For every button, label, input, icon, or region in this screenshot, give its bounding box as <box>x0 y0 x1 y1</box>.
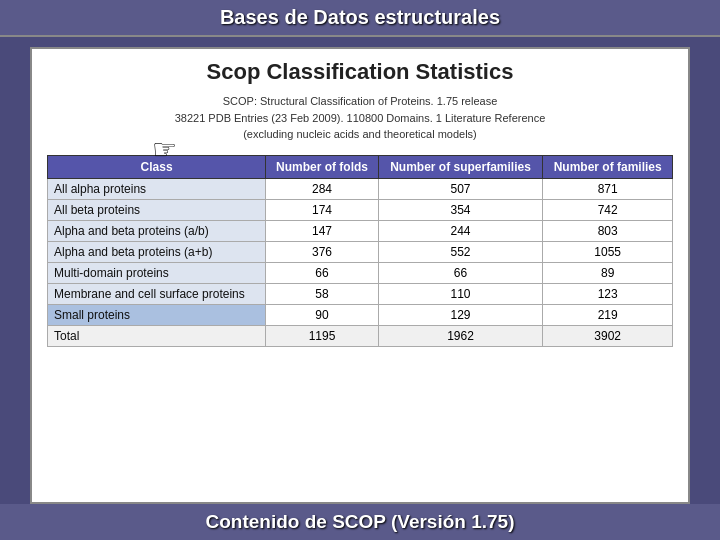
table-number-cell: 123 <box>543 283 673 304</box>
col-header-superfamilies: Number of superfamilies <box>378 155 543 178</box>
hand-icon: ☞ <box>152 133 177 166</box>
table-number-cell: 66 <box>266 262 378 283</box>
scop-title: Scop Classification Statistics <box>47 59 673 85</box>
table-number-cell: 1055 <box>543 241 673 262</box>
table-number-cell: 871 <box>543 178 673 199</box>
table-number-cell: 90 <box>266 304 378 325</box>
table-class-cell: All alpha proteins <box>48 178 266 199</box>
footer-title: Contenido de SCOP (Versión 1.75) <box>206 511 515 532</box>
bottom-bar: Contenido de SCOP (Versión 1.75) <box>0 504 720 540</box>
table-number-cell: 1962 <box>378 325 543 346</box>
table-class-cell: Alpha and beta proteins (a/b) <box>48 220 266 241</box>
table-number-cell: 803 <box>543 220 673 241</box>
table-number-cell: 58 <box>266 283 378 304</box>
table-number-cell: 147 <box>266 220 378 241</box>
table-class-cell: Multi-domain proteins <box>48 262 266 283</box>
table-class-cell: Alpha and beta proteins (a+b) <box>48 241 266 262</box>
table-number-cell: 507 <box>378 178 543 199</box>
page-title: Bases de Datos estructurales <box>220 6 500 28</box>
table-number-cell: 244 <box>378 220 543 241</box>
table-number-cell: 742 <box>543 199 673 220</box>
table-number-cell: 89 <box>543 262 673 283</box>
main-content: Scop Classification Statistics SCOP: Str… <box>30 47 690 504</box>
table-number-cell: 552 <box>378 241 543 262</box>
table-number-cell: 66 <box>378 262 543 283</box>
table-wrapper: ☞ Class Number of folds Number of superf… <box>47 155 673 347</box>
table-number-cell: 1195 <box>266 325 378 346</box>
col-header-families: Number of families <box>543 155 673 178</box>
table-number-cell: 174 <box>266 199 378 220</box>
table-number-cell: 3902 <box>543 325 673 346</box>
col-header-folds: Number of folds <box>266 155 378 178</box>
table-number-cell: 354 <box>378 199 543 220</box>
table-class-cell: Small proteins <box>48 304 266 325</box>
table-number-cell: 129 <box>378 304 543 325</box>
table-class-cell: All beta proteins <box>48 199 266 220</box>
table-number-cell: 376 <box>266 241 378 262</box>
scop-table: Class Number of folds Number of superfam… <box>47 155 673 347</box>
table-number-cell: 219 <box>543 304 673 325</box>
top-bar: Bases de Datos estructurales <box>0 0 720 37</box>
table-number-cell: 110 <box>378 283 543 304</box>
table-number-cell: 284 <box>266 178 378 199</box>
table-class-cell: Total <box>48 325 266 346</box>
scop-subtitle: SCOP: Structural Classification of Prote… <box>47 93 673 143</box>
table-class-cell: Membrane and cell surface proteins <box>48 283 266 304</box>
